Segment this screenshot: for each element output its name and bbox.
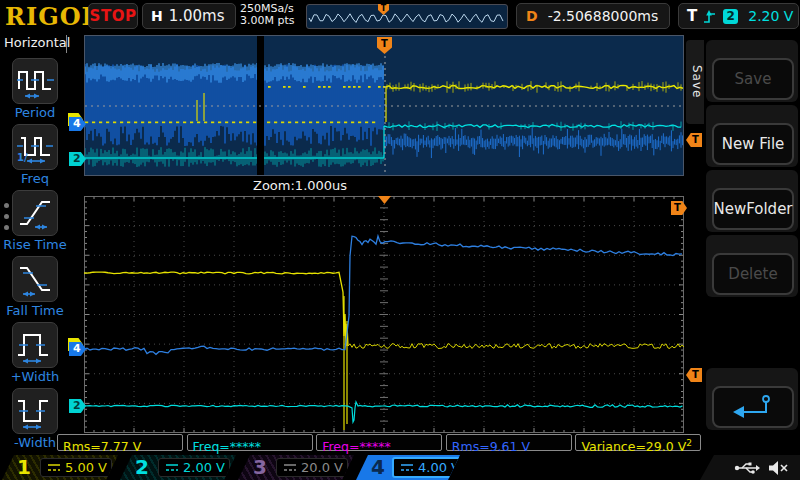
- menu-slot-new-folder: NewFolder: [706, 170, 798, 232]
- sidebar-title: Horizontal: [4, 35, 67, 53]
- main-waveform-plot: [85, 36, 683, 175]
- trigger-level-value: 2.20 V: [748, 8, 793, 24]
- sidebar-item-label: Period: [0, 105, 70, 120]
- new-folder-button[interactable]: NewFolder: [712, 188, 794, 230]
- measurement-variance: Variance=29.0 V2: [575, 434, 701, 451]
- menu-slot-delete: Delete: [706, 235, 798, 297]
- sidebar-item-fall-time[interactable]: Fall Time: [0, 256, 70, 318]
- channel-tab-3[interactable]: 3 20.0 V: [238, 455, 354, 480]
- delete-button[interactable]: Delete: [712, 253, 794, 295]
- sidebar-item-period[interactable]: Period: [0, 58, 70, 120]
- h-label: H: [151, 8, 163, 24]
- measurement-rms-ch1: Rms=7.77 V: [57, 434, 183, 451]
- zoom-timebase-label: Zoom:1.000us: [253, 178, 347, 193]
- period-icon: [12, 58, 58, 104]
- sidebar-item-label: Freq: [0, 171, 70, 186]
- rise-time-icon: [12, 190, 58, 236]
- trigger-level-tag-zoom[interactable]: T: [686, 368, 702, 382]
- trigger-offscreen-tag-zoom: T: [671, 201, 687, 215]
- zoom-waveform-window: [84, 196, 684, 433]
- dc-coupling-icon: [165, 462, 179, 473]
- dc-coupling-icon: [47, 462, 61, 473]
- sidebar-item-label: Rise Time: [0, 237, 70, 252]
- measurement-freq-ch2: Freq=*****: [187, 434, 313, 451]
- main-waveform-window: [84, 35, 684, 176]
- channel-4-scale: 4.00 V: [418, 460, 460, 475]
- trigger-source-badge: 2: [723, 9, 738, 24]
- channel-3-scale: 20.0 V: [301, 460, 343, 475]
- sidebar-item-rise-time[interactable]: Rise Time: [0, 190, 70, 252]
- zoom-waveform-plot: [84, 196, 684, 433]
- dc-coupling-icon: [283, 462, 297, 473]
- save-button[interactable]: Save: [712, 58, 794, 100]
- memory-depth: 3.00M pts: [240, 15, 295, 27]
- menu-slot-back: [706, 368, 798, 430]
- system-status-panel: [700, 455, 800, 480]
- run-status-indicator: STOP: [88, 3, 138, 29]
- channel-tab-4[interactable]: 4 4.00 V: [356, 455, 460, 480]
- trigger-label: T: [687, 7, 697, 25]
- menu-slot-save: Save: [706, 40, 798, 102]
- horizontal-timebase-box: H 1.00ms: [142, 3, 236, 29]
- sidebar-item-label: +Width: [0, 369, 70, 384]
- waveform-preview: [306, 4, 508, 29]
- sidebar-item-freq[interactable]: 1/ Freq: [0, 124, 70, 186]
- delay-value: -2.50688000ms: [548, 8, 659, 24]
- menu-tab-save[interactable]: Save: [686, 40, 704, 124]
- channel-3-number: 3: [253, 455, 267, 479]
- channel-2-number: 2: [135, 455, 149, 479]
- sidebar-item-pwidth[interactable]: +Width: [0, 322, 70, 384]
- delay-label: D: [526, 8, 538, 24]
- freq-icon: 1/: [12, 124, 58, 170]
- fall-time-icon: [12, 256, 58, 302]
- back-button[interactable]: [712, 386, 794, 428]
- rising-edge-icon: [702, 7, 717, 25]
- measurement-rms-ch4: Rms=9.61 V: [446, 434, 572, 451]
- trigger-level-tag-main[interactable]: T: [686, 133, 702, 147]
- measurement-freq-ch3: Freq=*****: [316, 434, 442, 451]
- oscilloscope-screen: { "header": { "logo": "RIGOL", "run_stat…: [0, 0, 800, 480]
- new-file-button[interactable]: New File: [712, 123, 794, 165]
- channel-2-scale: 2.00 V: [183, 460, 225, 475]
- run-status-text: STOP: [90, 7, 137, 25]
- channel-1-scale: 5.00 V: [65, 460, 107, 475]
- measurement-sidebar: Horizontal Period 1/ Freq Rise Time Fall…: [0, 32, 70, 452]
- rigol-logo: RIGOL: [5, 2, 99, 31]
- preview-squiggle: [307, 5, 505, 26]
- channel-4-number: 4: [371, 455, 385, 479]
- plus-width-icon: [12, 322, 58, 368]
- speaker-muted-icon: [768, 460, 790, 476]
- delay-box: D -2.50688000ms: [516, 3, 670, 29]
- trigger-box: T 2 2.20 V: [678, 3, 799, 29]
- channel-tab-2[interactable]: 2 2.00 V: [120, 455, 236, 480]
- top-status-bar: RIGOL STOP H 1.00ms 250MSa/s 3.00M pts T…: [0, 0, 800, 32]
- dc-coupling-icon: [400, 462, 414, 473]
- acquisition-info: 250MSa/s 3.00M pts: [240, 3, 295, 27]
- minus-width-icon: [12, 388, 58, 434]
- sidebar-item-label: Fall Time: [0, 303, 70, 318]
- svg-text:1/: 1/: [17, 152, 28, 163]
- channel-tab-1[interactable]: 1 5.00 V: [2, 455, 118, 480]
- menu-slot-new-file: New File: [706, 105, 798, 167]
- timebase-value: 1.00ms: [169, 7, 225, 25]
- return-arrow-icon: [731, 393, 775, 421]
- channel-1-number: 1: [17, 455, 31, 479]
- usb-icon: [734, 460, 760, 476]
